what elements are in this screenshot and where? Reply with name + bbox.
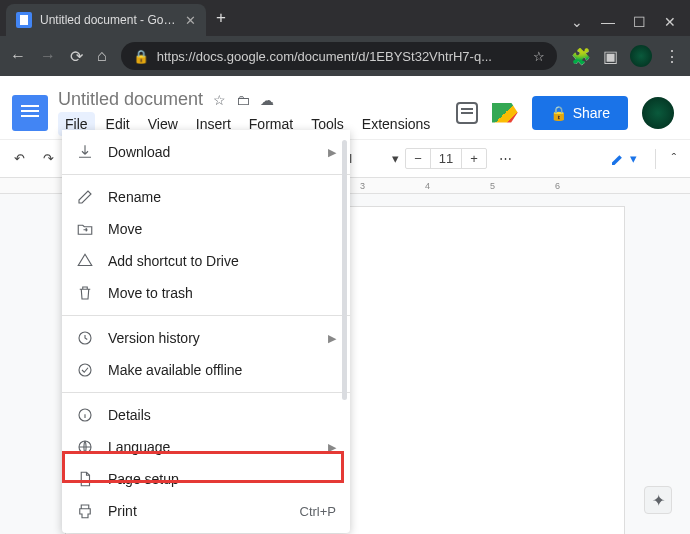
decrease-font-button[interactable]: − bbox=[406, 149, 430, 168]
share-button[interactable]: 🔒 Share bbox=[532, 96, 628, 130]
new-tab-button[interactable]: + bbox=[206, 8, 236, 28]
browser-tab[interactable]: Untitled document - Google Doc ✕ bbox=[6, 4, 206, 36]
print-icon bbox=[76, 502, 94, 520]
profile-avatar-small[interactable] bbox=[630, 45, 652, 67]
share-label: Share bbox=[573, 105, 610, 121]
browser-titlebar: Untitled document - Google Doc ✕ + ⌄ — ☐… bbox=[0, 0, 690, 36]
panel-icon[interactable]: ▣ bbox=[603, 47, 618, 66]
pencil-icon bbox=[610, 151, 626, 167]
lock-icon: 🔒 bbox=[550, 105, 567, 121]
svg-point-1 bbox=[79, 364, 91, 376]
menu-item-language[interactable]: Language ▶ bbox=[62, 431, 350, 463]
overflow-icon[interactable]: ⋮ bbox=[664, 47, 680, 66]
dropdown-arrow-icon: ▾ bbox=[630, 151, 637, 166]
meet-icon[interactable] bbox=[492, 103, 518, 123]
menu-divider bbox=[62, 174, 350, 175]
chevron-down-icon[interactable]: ⌄ bbox=[571, 14, 583, 30]
menu-item-offline[interactable]: Make available offline bbox=[62, 354, 350, 386]
shortcut-label: Ctrl+P bbox=[300, 504, 336, 519]
info-icon bbox=[76, 406, 94, 424]
close-window-icon[interactable]: ✕ bbox=[664, 14, 676, 30]
lock-icon: 🔒 bbox=[133, 49, 149, 64]
docs-favicon bbox=[16, 12, 32, 28]
drive-shortcut-icon bbox=[76, 252, 94, 270]
window-controls: ⌄ — ☐ ✕ bbox=[571, 14, 682, 36]
bookmark-icon[interactable]: ☆ bbox=[533, 49, 545, 64]
url-text: https://docs.google.com/document/d/1EBYS… bbox=[157, 49, 492, 64]
docs-logo-icon[interactable] bbox=[12, 95, 48, 131]
submenu-arrow-icon: ▶ bbox=[328, 332, 336, 345]
menu-item-rename[interactable]: Rename bbox=[62, 181, 350, 213]
back-icon[interactable]: ← bbox=[10, 47, 26, 65]
more-tools-icon[interactable]: ⋯ bbox=[493, 147, 518, 170]
address-bar: ← → ⟳ ⌂ 🔒 https://docs.google.com/docume… bbox=[0, 36, 690, 76]
page-icon bbox=[76, 470, 94, 488]
profile-avatar[interactable] bbox=[642, 97, 674, 129]
cloud-icon[interactable]: ☁ bbox=[260, 92, 274, 108]
menu-item-page-setup[interactable]: Page setup bbox=[62, 463, 350, 495]
editing-mode-button[interactable]: ▾ bbox=[602, 147, 645, 171]
increase-font-button[interactable]: + bbox=[462, 149, 486, 168]
redo-icon[interactable]: ↷ bbox=[37, 147, 60, 170]
history-icon bbox=[76, 329, 94, 347]
comment-history-icon[interactable] bbox=[456, 102, 478, 124]
menu-divider bbox=[62, 315, 350, 316]
menu-item-details[interactable]: Details bbox=[62, 399, 350, 431]
move-icon[interactable]: 🗀 bbox=[236, 92, 250, 108]
download-icon bbox=[76, 143, 94, 161]
tab-title: Untitled document - Google Doc bbox=[40, 13, 177, 27]
trash-icon bbox=[76, 284, 94, 302]
submenu-arrow-icon: ▶ bbox=[328, 441, 336, 454]
menu-item-print[interactable]: Print Ctrl+P bbox=[62, 495, 350, 527]
expand-icon[interactable]: ˆ bbox=[666, 147, 682, 170]
explore-button[interactable]: ✦ bbox=[644, 486, 672, 514]
dropdown-arrow-icon[interactable]: ▾ bbox=[392, 151, 399, 166]
font-size-control: − 11 + bbox=[405, 148, 487, 169]
puzzle-icon[interactable]: 🧩 bbox=[571, 47, 591, 66]
submenu-arrow-icon: ▶ bbox=[328, 146, 336, 159]
home-icon[interactable]: ⌂ bbox=[97, 47, 107, 65]
forward-icon[interactable]: → bbox=[40, 47, 56, 65]
font-size-value[interactable]: 11 bbox=[430, 149, 462, 168]
menu-item-trash[interactable]: Move to trash bbox=[62, 277, 350, 309]
reload-icon[interactable]: ⟳ bbox=[70, 47, 83, 66]
minimize-icon[interactable]: — bbox=[601, 14, 615, 30]
maximize-icon[interactable]: ☐ bbox=[633, 14, 646, 30]
menu-extensions[interactable]: Extensions bbox=[355, 112, 437, 136]
folder-move-icon bbox=[76, 220, 94, 238]
close-tab-icon[interactable]: ✕ bbox=[185, 13, 196, 28]
document-title[interactable]: Untitled document bbox=[58, 89, 203, 110]
offline-icon bbox=[76, 361, 94, 379]
url-field[interactable]: 🔒 https://docs.google.com/document/d/1EB… bbox=[121, 42, 557, 70]
menu-item-version-history[interactable]: Version history ▶ bbox=[62, 322, 350, 354]
undo-icon[interactable]: ↶ bbox=[8, 147, 31, 170]
menu-divider bbox=[62, 392, 350, 393]
star-icon[interactable]: ☆ bbox=[213, 92, 226, 108]
file-dropdown-menu: Download ▶ Rename Move Add shortcut to D… bbox=[62, 130, 350, 533]
globe-icon bbox=[76, 438, 94, 456]
pencil-icon bbox=[76, 188, 94, 206]
menu-item-download[interactable]: Download ▶ bbox=[62, 136, 350, 168]
menu-item-move[interactable]: Move bbox=[62, 213, 350, 245]
menu-item-shortcut[interactable]: Add shortcut to Drive bbox=[62, 245, 350, 277]
